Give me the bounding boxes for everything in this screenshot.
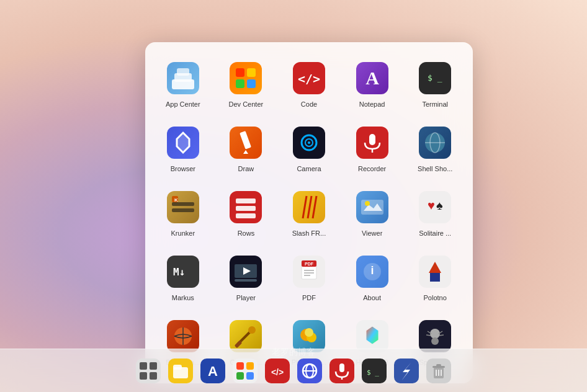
app-icon-terminal: $ _	[416, 60, 454, 97]
app-label-terminal: Terminal	[422, 100, 448, 108]
svg-point-72	[248, 326, 256, 334]
dock-item-recorder2[interactable]	[327, 356, 357, 386]
svg-text:$ _: $ _	[367, 368, 379, 376]
svg-rect-97	[233, 359, 258, 383]
app-about[interactable]: i About	[341, 248, 404, 306]
svg-text:A: A	[208, 363, 218, 379]
app-label-solitaire: Solitaire ...	[419, 229, 451, 237]
svg-rect-66	[430, 273, 440, 282]
dock-item-files[interactable]	[166, 356, 195, 386]
app-icon-code: </>	[290, 60, 328, 97]
app-label-slash: Slash FR...	[292, 229, 326, 237]
dock-item-fonts[interactable]: A	[198, 356, 228, 386]
svg-rect-101	[246, 372, 254, 380]
app-icon-notepad: A	[354, 60, 391, 97]
app-polotno[interactable]: Polotno	[403, 248, 467, 306]
app-app-center[interactable]: App Center	[151, 55, 215, 113]
svg-marker-79	[366, 326, 379, 344]
app-icon-solitaire: ♥ ♠	[416, 189, 454, 226]
svg-text:</>: </>	[298, 71, 320, 86]
app-label-dev-center: Dev Center	[229, 100, 264, 108]
app-label-pdf: PDF	[302, 294, 316, 301]
app-slash[interactable]: Slash FR...	[277, 184, 341, 242]
app-dev-center[interactable]: Dev Center	[215, 55, 278, 113]
svg-text:PDF: PDF	[305, 262, 314, 266]
svg-text:♥: ♥	[428, 198, 435, 212]
app-icon-markus: M↓	[164, 253, 202, 290]
dock-item-grid[interactable]	[133, 356, 163, 386]
app-icon-polotno	[416, 253, 454, 290]
app-code[interactable]: </> Code	[277, 55, 341, 113]
svg-rect-90	[140, 372, 147, 380]
svg-rect-117	[436, 364, 441, 367]
svg-rect-43	[361, 200, 383, 215]
app-label-browser: Browser	[171, 165, 195, 172]
app-pdf[interactable]: PDF PDF	[277, 248, 341, 306]
app-browser[interactable]: Browser	[151, 119, 215, 177]
app-label-polotno: Polotno	[424, 294, 447, 301]
svg-rect-88	[140, 362, 147, 370]
svg-rect-26	[369, 134, 375, 145]
app-label-viewer: Viewer	[362, 229, 382, 237]
dock-item-code[interactable]: </>	[262, 356, 292, 386]
dock-item-terminal2[interactable]: $ _	[359, 356, 389, 386]
svg-text:♠: ♠	[436, 198, 443, 212]
app-draw[interactable]: Draw	[215, 119, 278, 177]
app-icon-shell	[416, 124, 454, 161]
svg-rect-34	[172, 208, 194, 212]
svg-line-86	[439, 335, 444, 336]
app-label-recorder: Recorder	[358, 165, 386, 172]
svg-point-82	[431, 337, 439, 345]
svg-rect-94	[173, 365, 182, 370]
app-icon-about: i	[354, 253, 391, 290]
svg-point-81	[430, 329, 440, 339]
app-icon-pdf: PDF	[290, 253, 328, 290]
svg-rect-6	[247, 68, 256, 77]
app-viewer[interactable]: Viewer	[341, 184, 404, 242]
svg-rect-109	[339, 363, 344, 372]
dock-item-trash[interactable]	[424, 356, 454, 386]
svg-line-84	[426, 335, 431, 336]
app-icon-player	[227, 253, 264, 290]
svg-rect-91	[150, 372, 157, 380]
svg-rect-39	[236, 206, 256, 211]
svg-rect-99	[246, 362, 254, 370]
svg-point-44	[365, 201, 370, 206]
app-icon-app-center	[164, 60, 202, 97]
svg-rect-7	[236, 79, 244, 88]
dock-item-browser2[interactable]	[295, 356, 325, 386]
app-icon-draw	[227, 124, 264, 161]
app-label-shell: Shell Sho...	[418, 165, 452, 172]
app-label-rows: Rows	[238, 229, 255, 237]
dock-item-apps[interactable]	[230, 356, 260, 386]
dock-item-storm[interactable]	[392, 356, 421, 386]
app-recorder[interactable]: Recorder	[341, 119, 404, 177]
svg-rect-8	[247, 79, 256, 88]
svg-rect-38	[236, 198, 256, 203]
app-icon-camera	[290, 124, 328, 161]
app-terminal[interactable]: $ _ Terminal	[403, 55, 467, 113]
svg-text:K: K	[174, 197, 178, 203]
app-camera[interactable]: Camera	[277, 119, 341, 177]
svg-text:</>: </>	[271, 367, 284, 377]
app-notepad[interactable]: A Notepad	[341, 55, 404, 113]
svg-rect-45	[419, 191, 451, 223]
app-solitaire[interactable]: ♥ ♠ Solitaire ...	[403, 184, 467, 242]
svg-rect-3	[177, 68, 189, 76]
app-label-app-center: App Center	[166, 100, 200, 108]
svg-rect-4	[230, 62, 262, 94]
app-markus[interactable]: M↓ Markus	[151, 248, 215, 306]
svg-rect-5	[236, 68, 244, 77]
app-label-code: Code	[301, 100, 317, 108]
app-shell[interactable]: Shell Sho...	[403, 119, 467, 177]
app-rows[interactable]: Rows	[215, 184, 278, 242]
app-krunker[interactable]: K Krunker	[151, 184, 215, 242]
app-icon-krunker: K	[164, 189, 202, 226]
app-icon-rows	[227, 189, 264, 226]
svg-text:$ _: $ _	[428, 73, 442, 82]
app-label-krunker: Krunker	[171, 229, 195, 237]
svg-rect-53	[235, 279, 257, 282]
watermark: 老罗的博客	[272, 347, 315, 358]
app-icon-browser	[164, 124, 202, 161]
app-player[interactable]: Player	[215, 248, 278, 306]
